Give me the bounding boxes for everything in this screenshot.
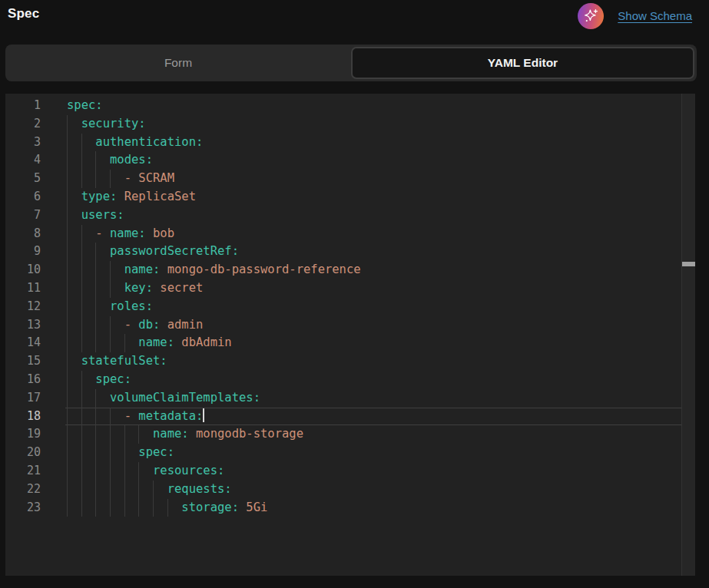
line-number: 17 (5, 389, 41, 408)
code-text: - name: bob (67, 225, 174, 243)
code-line-6[interactable]: 6 type: ReplicaSet (5, 188, 695, 206)
line-number: 23 (5, 499, 41, 517)
line-number: 11 (5, 279, 41, 298)
code-line-23[interactable]: 23 storage: 5Gi (5, 499, 695, 517)
page-title: Spec (8, 6, 39, 21)
code-line-3[interactable]: 3 authentication: (5, 134, 695, 152)
line-number: 5 (5, 170, 41, 188)
line-number: 13 (5, 316, 41, 335)
code-text: - db: admin (67, 316, 203, 335)
text-cursor (203, 408, 204, 422)
code-lines: 1spec:2 security:3 authentication:4 mode… (5, 97, 695, 517)
code-line-22[interactable]: 22 requests: (5, 481, 695, 499)
code-line-4[interactable]: 4 modes: (5, 151, 695, 170)
code-line-8[interactable]: 8 - name: bob (5, 225, 695, 243)
line-number: 21 (5, 462, 41, 481)
code-text: security: (67, 115, 146, 134)
code-text: statefulSet: (67, 352, 167, 371)
code-line-5[interactable]: 5 - SCRAM (5, 170, 695, 188)
line-number: 18 (5, 408, 41, 426)
code-text: - SCRAM (67, 170, 174, 188)
code-text: name: mongodb-storage (67, 425, 303, 444)
yaml-editor[interactable]: 1spec:2 security:3 authentication:4 mode… (5, 94, 695, 576)
code-line-2[interactable]: 2 security: (5, 115, 695, 134)
code-text: modes: (67, 151, 153, 170)
tab-form[interactable]: Form (5, 45, 351, 81)
code-text: roles: (67, 298, 153, 316)
code-text: resources: (67, 462, 224, 481)
line-number: 8 (5, 225, 41, 243)
line-number: 3 (5, 134, 41, 152)
line-number: 22 (5, 481, 41, 499)
editor-mode-tabs: Form YAML Editor (5, 45, 697, 81)
code-text: authentication: (67, 134, 203, 152)
tab-yaml-editor[interactable]: YAML Editor (351, 47, 694, 79)
code-text: requests: (67, 481, 232, 499)
code-text: storage: 5Gi (67, 499, 267, 517)
code-line-14[interactable]: 14 name: dbAdmin (5, 334, 695, 352)
code-line-17[interactable]: 17 volumeClaimTemplates: (5, 389, 695, 408)
code-line-16[interactable]: 16 spec: (5, 371, 695, 389)
code-text: volumeClaimTemplates: (67, 389, 260, 408)
line-number: 14 (5, 334, 41, 352)
code-line-10[interactable]: 10 name: mongo-db-password-reference (5, 261, 695, 279)
line-number: 16 (5, 371, 41, 389)
code-line-15[interactable]: 15 statefulSet: (5, 352, 695, 371)
vertical-scrollbar[interactable] (681, 94, 695, 576)
overview-ruler-cursor-marker (682, 262, 695, 266)
line-number: 15 (5, 352, 41, 371)
code-line-11[interactable]: 11 key: secret (5, 279, 695, 298)
code-line-18[interactable]: 18 - metadata: (5, 408, 695, 426)
code-text: name: mongo-db-password-reference (67, 261, 361, 279)
show-schema-link[interactable]: Show Schema (618, 9, 692, 22)
code-text: type: ReplicaSet (67, 188, 196, 206)
line-number: 9 (5, 243, 41, 261)
code-text: spec: (67, 97, 103, 115)
code-line-20[interactable]: 20 spec: (5, 444, 695, 462)
code-line-7[interactable]: 7 users: (5, 206, 695, 225)
line-number: 20 (5, 444, 41, 462)
code-text: name: dbAdmin (67, 334, 232, 352)
line-number: 6 (5, 188, 41, 206)
code-line-9[interactable]: 9 passwordSecretRef: (5, 243, 695, 261)
code-line-1[interactable]: 1spec: (5, 97, 695, 115)
sparkle-icon (582, 8, 599, 25)
code-text: spec: (67, 371, 131, 389)
code-text: key: secret (67, 279, 203, 298)
code-line-21[interactable]: 21 resources: (5, 462, 695, 481)
line-number: 7 (5, 206, 41, 225)
code-line-19[interactable]: 19 name: mongodb-storage (5, 425, 695, 444)
line-number: 19 (5, 425, 41, 444)
code-text: users: (67, 206, 124, 225)
code-text: - metadata: (67, 408, 204, 426)
line-number: 2 (5, 115, 41, 134)
code-text: passwordSecretRef: (67, 243, 239, 261)
code-line-13[interactable]: 13 - db: admin (5, 316, 695, 335)
line-number: 1 (5, 97, 41, 115)
code-text: spec: (67, 444, 174, 462)
line-number: 4 (5, 151, 41, 170)
line-number: 12 (5, 298, 41, 316)
code-line-12[interactable]: 12 roles: (5, 298, 695, 316)
ai-sparkle-button[interactable] (578, 3, 604, 29)
header-actions: Show Schema (578, 0, 692, 31)
line-number: 10 (5, 261, 41, 279)
